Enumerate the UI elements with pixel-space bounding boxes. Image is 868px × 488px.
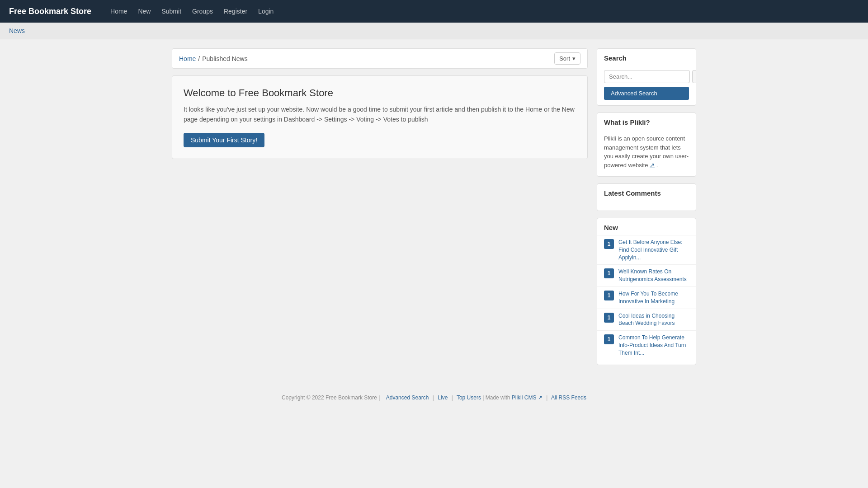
footer: Copyright © 2022 Free Bookmark Store | A… xyxy=(0,385,868,410)
search-box: Go Advanced Search xyxy=(597,66,696,105)
nav-login[interactable]: Login xyxy=(253,1,279,22)
footer-advanced-search[interactable]: Advanced Search xyxy=(386,394,429,401)
sort-label: Sort xyxy=(559,55,570,62)
breadcrumb-current: Published News xyxy=(202,55,247,62)
search-input[interactable] xyxy=(604,70,690,83)
footer-made-with: | Made with xyxy=(482,394,510,401)
nav-register[interactable]: Register xyxy=(218,1,253,22)
sidebar: Search Go Advanced Search What is Plikli… xyxy=(597,48,696,372)
new-item-text[interactable]: Get It Before Anyone Else: Find Cool Inn… xyxy=(618,239,689,261)
latest-comments-section: Latest Comments xyxy=(597,183,696,211)
new-item-badge: 1 xyxy=(604,239,614,249)
new-item-badge: 1 xyxy=(604,291,614,300)
welcome-title: Welcome to Free Bookmark Store xyxy=(184,87,576,99)
sort-chevron-icon: ▾ xyxy=(572,55,576,62)
latest-comments-content xyxy=(597,201,696,211)
list-item: 1 How For You To Become Innovative In Ma… xyxy=(597,286,696,309)
footer-sep-3: | xyxy=(452,394,453,401)
sub-nav-news[interactable]: News xyxy=(9,27,25,34)
sort-button[interactable]: Sort ▾ xyxy=(554,52,580,65)
footer-live[interactable]: Live xyxy=(438,394,448,401)
navbar: Free Bookmark Store Home New Submit Grou… xyxy=(0,0,868,23)
list-item: 1 Cool Ideas in Choosing Beach Wedding F… xyxy=(597,309,696,331)
footer-plikli-label: Plikli CMS xyxy=(512,394,537,401)
footer-top-users[interactable]: Top Users xyxy=(457,394,481,401)
go-button[interactable]: Go xyxy=(692,70,696,83)
welcome-description: It looks like you've just set up your we… xyxy=(184,104,576,125)
new-item-badge: 1 xyxy=(604,313,614,323)
what-plikli-title: What is Plikli? xyxy=(597,113,696,130)
what-plikli-section: What is Plikli? Plikli is an open source… xyxy=(597,113,696,177)
advanced-search-button[interactable]: Advanced Search xyxy=(604,87,689,100)
nav-submit[interactable]: Submit xyxy=(156,1,187,22)
new-item-text[interactable]: Well Known Rates On Nutrigenomics Assess… xyxy=(618,268,689,283)
new-item-badge: 1 xyxy=(604,334,614,344)
breadcrumb-bar: Home / Published News Sort ▾ xyxy=(172,48,588,69)
search-title: Search xyxy=(597,49,696,66)
nav-groups[interactable]: Groups xyxy=(187,1,218,22)
footer-sep-4: | xyxy=(546,394,547,401)
latest-comments-title: Latest Comments xyxy=(597,184,696,201)
nav-home[interactable]: Home xyxy=(105,1,132,22)
footer-sep-2: | xyxy=(433,394,434,401)
nav-links: Home New Submit Groups Register Login xyxy=(105,1,279,22)
sub-navbar: News xyxy=(0,23,868,39)
breadcrumb-separator: / xyxy=(198,55,200,62)
main-content: Home / Published News Sort ▾ Welcome to … xyxy=(172,48,588,372)
brand-link[interactable]: Free Bookmark Store xyxy=(9,7,91,16)
list-item: 1 Get It Before Anyone Else: Find Cool I… xyxy=(597,235,696,264)
what-plikli-text: Plikli is an open source content managem… xyxy=(604,134,689,169)
new-item-text[interactable]: Cool Ideas in Choosing Beach Wedding Fav… xyxy=(618,312,689,328)
footer-plikli-icon: ↗ xyxy=(538,394,542,401)
list-item: 1 Well Known Rates On Nutrigenomics Asse… xyxy=(597,264,696,286)
search-input-row: Go xyxy=(604,70,689,83)
welcome-card: Welcome to Free Bookmark Store It looks … xyxy=(172,75,588,159)
footer-rss[interactable]: All RSS Feeds xyxy=(551,394,586,401)
breadcrumb: Home / Published News xyxy=(179,55,248,62)
nav-new[interactable]: New xyxy=(132,1,156,22)
list-item: 1 Common To Help Generate Info-Product I… xyxy=(597,330,696,360)
new-item-text[interactable]: How For You To Become Innovative In Mark… xyxy=(618,290,689,305)
search-section: Search Go Advanced Search xyxy=(597,48,696,106)
new-items-list: 1 Get It Before Anyone Else: Find Cool I… xyxy=(597,235,696,365)
new-item-badge: 1 xyxy=(604,268,614,278)
page-container: Home / Published News Sort ▾ Welcome to … xyxy=(163,48,705,372)
new-section-title: New xyxy=(597,218,696,235)
what-plikli-link[interactable]: ↗ xyxy=(650,162,655,169)
breadcrumb-home[interactable]: Home xyxy=(179,55,196,62)
new-item-text[interactable]: Common To Help Generate Info-Product Ide… xyxy=(618,334,689,357)
what-plikli-content: Plikli is an open source content managem… xyxy=(597,130,696,176)
new-section: New 1 Get It Before Anyone Else: Find Co… xyxy=(597,218,696,365)
footer-copyright: Copyright © 2022 Free Bookmark Store | xyxy=(282,394,380,401)
footer-plikli-link[interactable]: Plikli CMS ↗ xyxy=(512,394,544,401)
submit-story-button[interactable]: Submit Your First Story! xyxy=(184,133,264,147)
